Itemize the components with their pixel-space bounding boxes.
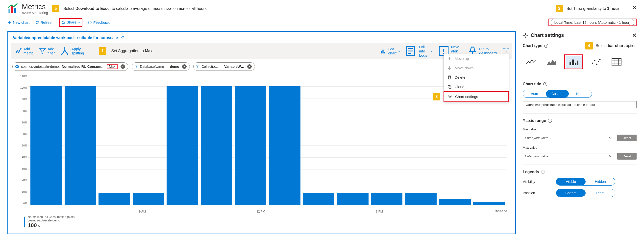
y-axis-range-label: Y-axis rangei (523, 118, 636, 123)
chart-type-bar[interactable] (566, 56, 582, 68)
visibility-visible[interactable]: Visible (556, 178, 586, 185)
min-value-input[interactable]: Enter your value...% (523, 135, 614, 141)
time-range-highlight: Local Time: Last 12 hours (Automatic - 1… (548, 18, 636, 26)
apply-splitting-button[interactable]: Apply splitting (60, 46, 84, 56)
add-metric-button[interactable]: Add metric (14, 47, 34, 55)
info-icon[interactable]: i (544, 44, 548, 48)
ctx-move-up[interactable]: Move up (444, 54, 508, 63)
chart-title-mode[interactable]: Auto Custom None (523, 90, 592, 98)
chevron-down-icon: ⌄ (78, 20, 80, 24)
bar[interactable] (98, 193, 130, 205)
min-value-label: Min value (523, 128, 636, 131)
bar[interactable] (133, 193, 164, 205)
gear-icon (523, 33, 528, 38)
svg-rect-0 (8, 9, 10, 13)
callout-4: 4 (585, 42, 593, 50)
svg-rect-12 (449, 86, 451, 88)
bar[interactable] (235, 86, 266, 205)
svg-rect-6 (381, 51, 382, 54)
bar[interactable] (405, 193, 436, 205)
edit-title-icon[interactable] (120, 36, 124, 40)
position-bottom[interactable]: Bottom (556, 189, 586, 197)
legend-swatch (24, 217, 25, 227)
svg-rect-1 (12, 6, 13, 13)
ctx-chart-settings[interactable]: Chart settings (444, 91, 509, 102)
remove-icon[interactable]: ✕ (182, 64, 186, 69)
info-icon[interactable]: i (541, 170, 545, 174)
bar[interactable] (166, 86, 198, 205)
svg-rect-2 (14, 8, 16, 13)
feedback-button[interactable]: Feedback ⌄ (88, 20, 113, 24)
bar[interactable] (439, 199, 471, 205)
title-mode-custom[interactable]: Custom (546, 90, 569, 98)
ctx-move-down[interactable]: Move down (444, 63, 508, 73)
bar[interactable] (473, 202, 505, 205)
ctx-clone[interactable]: Clone (444, 82, 508, 92)
svg-rect-8 (384, 52, 385, 54)
position-right[interactable]: Right (586, 189, 615, 197)
reset-min-button[interactable]: Reset (617, 134, 636, 141)
ctx-delete[interactable]: Delete (444, 73, 508, 82)
remove-icon[interactable]: ✕ (120, 64, 125, 69)
filter-coll-pill[interactable]: Collectio… = VariableW… ✕ (193, 62, 255, 71)
timezone-label: UTC-07:00 (494, 210, 507, 213)
info-icon[interactable]: i (543, 82, 547, 86)
share-button[interactable]: Share ⌄ (61, 20, 80, 24)
bar[interactable] (371, 193, 403, 205)
chart-type-label: Chart typei (523, 44, 548, 48)
max-value-input[interactable]: Enter your value...% (523, 153, 614, 159)
bar[interactable] (30, 86, 62, 205)
bar[interactable] (64, 86, 96, 205)
panel-close-icon[interactable]: ✕ (632, 32, 636, 38)
reset-max-button[interactable]: Reset (617, 153, 636, 160)
page-title: Metrics (22, 2, 48, 11)
close-icon[interactable]: ✕ (632, 4, 636, 11)
new-chart-button[interactable]: New chart (8, 20, 30, 24)
bar[interactable] (201, 86, 232, 205)
svg-point-4 (89, 22, 90, 22)
chart-type-scatter[interactable] (588, 56, 604, 68)
svg-point-23 (598, 61, 599, 62)
bar[interactable] (269, 86, 300, 205)
chart-type-grid[interactable] (608, 56, 625, 68)
chart-card: Variable/unpredictable workload - suitab… (8, 31, 516, 234)
chart-type-area[interactable] (544, 56, 560, 68)
metric-pill-row: cosmos-autoscale-demo, Normalized RU Con… (12, 60, 512, 72)
title-mode-none[interactable]: None (569, 90, 592, 98)
svg-point-5 (90, 22, 90, 22)
chart-title: Variable/unpredictable workload - suitab… (13, 36, 118, 40)
metric-pill[interactable]: cosmos-autoscale-demo, Normalized RU Con… (12, 62, 128, 71)
chart-type-line[interactable] (523, 56, 539, 68)
svg-point-3 (88, 21, 91, 24)
visibility-hidden[interactable]: Hidden (586, 178, 615, 185)
info-icon[interactable]: i (548, 119, 552, 123)
svg-point-21 (594, 60, 595, 61)
visibility-toggle[interactable]: Visible Hidden (556, 178, 615, 186)
aggregation-highlight: Max (107, 64, 118, 69)
refresh-button[interactable]: Refresh (35, 20, 54, 24)
chart-title-input[interactable] (523, 101, 636, 108)
svg-point-13 (449, 96, 451, 98)
svg-rect-17 (572, 60, 574, 65)
time-range-picker[interactable]: Local Time: Last 12 hours (Automatic - 1… (551, 18, 634, 26)
svg-point-22 (596, 63, 598, 64)
max-value-label: Max value (523, 146, 636, 150)
position-toggle[interactable]: Bottom Right (556, 189, 615, 197)
svg-point-14 (15, 65, 19, 68)
logo-block: Metrics Azure Monitoring (8, 2, 48, 15)
callout-4-text: Select bar chart option (596, 44, 636, 48)
callout-5-text: Select Download to Excel to calculate av… (63, 6, 207, 11)
more-menu-button[interactable]: ⋯ (502, 48, 509, 54)
title-mode-auto[interactable]: Auto (523, 90, 546, 98)
x-axis-labels: 9 AM 12 PM 3 PM UTC-07:00 (16, 209, 507, 213)
remove-icon[interactable]: ✕ (247, 64, 252, 69)
bar[interactable] (337, 193, 368, 205)
add-filter-button[interactable]: Add filter (38, 47, 55, 55)
svg-point-24 (599, 59, 600, 60)
bar[interactable] (303, 193, 334, 205)
drill-logs-button[interactable]: Drill into Logs⌄ (405, 45, 433, 58)
svg-point-15 (525, 34, 526, 36)
page-header: Metrics Azure Monitoring 5 Select Downlo… (0, 0, 644, 16)
chart-type-dropdown[interactable]: Bar chart⌄ (380, 47, 400, 55)
filter-db-pill[interactable]: DatabaseName = demo ✕ (132, 62, 190, 71)
